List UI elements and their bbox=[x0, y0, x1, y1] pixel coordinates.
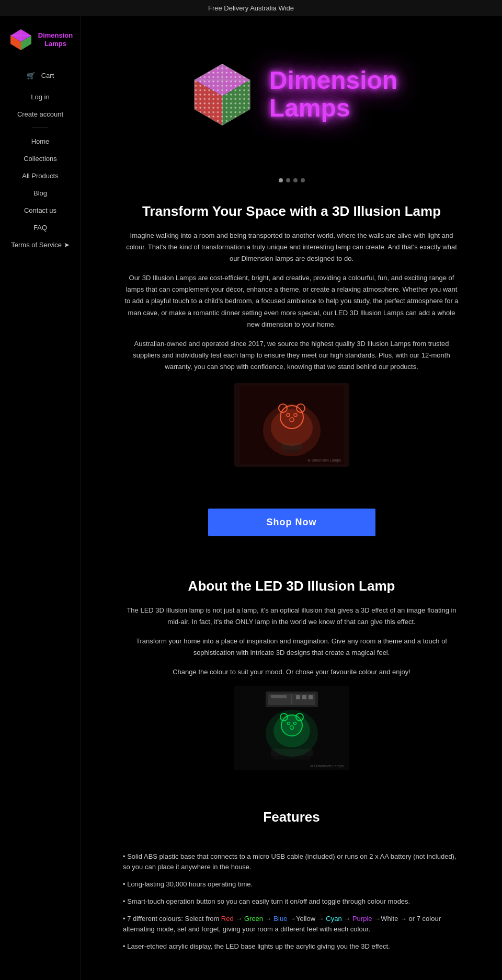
features-list: • Solid ABS plastic base that connects t… bbox=[81, 851, 502, 953]
svg-rect-33 bbox=[291, 694, 292, 705]
feature-item-3: • Smart-touch operation button so you ca… bbox=[123, 896, 460, 907]
svg-rect-35 bbox=[302, 695, 306, 699]
color-green: Green bbox=[244, 915, 263, 923]
neon-title-line1: Dimension bbox=[269, 67, 397, 95]
top-banner: Free Delivery Australia Wide bbox=[0, 0, 502, 16]
feature-item-5: • Laser-etched acrylic display, the LED … bbox=[123, 941, 460, 952]
about-para1: The LED 3D Illusion lamp is not just a l… bbox=[123, 605, 460, 628]
transform-para1: Imagine walking into a room and being tr… bbox=[123, 230, 460, 264]
arrow-3: → bbox=[289, 915, 296, 923]
bear-lamp-svg: ⊕ Dimension Lamps bbox=[239, 386, 344, 464]
nav-collections[interactable]: Collections bbox=[0, 151, 81, 167]
transform-section: Transform Your Space with a 3D Illusion … bbox=[81, 188, 502, 493]
feature-item-4: • 7 different colours: Select from Red →… bbox=[123, 914, 460, 936]
neon-logo: Dimension Lamps bbox=[186, 58, 397, 131]
slider-dots bbox=[81, 173, 502, 188]
svg-rect-36 bbox=[309, 695, 313, 699]
arrow-2: → bbox=[265, 915, 272, 923]
cart-item[interactable]: 🛒 Cart bbox=[22, 63, 59, 88]
slide-dot-4[interactable] bbox=[301, 178, 305, 182]
green-lamp-svg: ⊕ Dimension Lamps bbox=[234, 686, 349, 770]
about-section: About the LED 3D Illusion Lamp The LED 3… bbox=[81, 562, 502, 793]
nav-contact[interactable]: Contact us bbox=[0, 202, 81, 218]
hero-cube-icon bbox=[186, 58, 259, 131]
svg-rect-32 bbox=[271, 695, 287, 698]
nav-all-products[interactable]: All Products bbox=[0, 168, 81, 184]
green-lamp-image: ⊕ Dimension Lamps bbox=[234, 686, 349, 770]
login-link[interactable]: Log in bbox=[0, 89, 81, 105]
arrow-5: → bbox=[344, 915, 350, 923]
about-para3: Change the colour to suit your mood. Or … bbox=[123, 666, 460, 678]
svg-text:⊕ Dimension Lamps: ⊕ Dimension Lamps bbox=[310, 764, 344, 768]
shop-now-container: Shop Now bbox=[81, 493, 502, 562]
shop-now-button[interactable]: Shop Now bbox=[208, 509, 375, 536]
nav-terms[interactable]: Terms of Service ➤ bbox=[0, 237, 81, 253]
svg-text:⊕ Dimension Lamps: ⊕ Dimension Lamps bbox=[307, 458, 341, 463]
about-title: About the LED 3D Illusion Lamp bbox=[123, 578, 460, 594]
features-title: Features bbox=[123, 809, 460, 825]
cart-icon: 🛒 bbox=[25, 67, 37, 84]
neon-title-text: Dimension Lamps bbox=[269, 67, 397, 122]
arrow-4: → bbox=[317, 915, 324, 923]
sidebar-divider bbox=[32, 128, 48, 128]
sidebar: Dimension Lamps 🛒 Cart Log in Create acc… bbox=[0, 16, 81, 980]
slide-dot-1[interactable] bbox=[279, 178, 283, 182]
brand-logo-text: Dimension Lamps bbox=[38, 31, 73, 48]
cart-label: Cart bbox=[39, 67, 56, 84]
logo-wrapper: Dimension Lamps bbox=[8, 27, 73, 53]
slide-dot-2[interactable] bbox=[286, 178, 290, 182]
color-cyan: Cyan bbox=[326, 915, 341, 923]
transform-title: Transform Your Space with a 3D Illusion … bbox=[123, 203, 460, 220]
bear-lamp-image: ⊕ Dimension Lamps bbox=[234, 383, 349, 467]
nav-blog[interactable]: Blog bbox=[0, 185, 81, 201]
nav-home[interactable]: Home bbox=[0, 133, 81, 149]
create-account-link[interactable]: Create account bbox=[0, 106, 81, 122]
svg-rect-34 bbox=[296, 695, 300, 699]
feature-item-2: • Long-lasting 30,000 hours operating ti… bbox=[123, 879, 460, 890]
about-para2: Transform your home into a place of insp… bbox=[123, 636, 460, 659]
neon-title-line2: Lamps bbox=[269, 95, 397, 122]
svg-point-27 bbox=[280, 406, 303, 429]
spacer bbox=[81, 959, 502, 980]
main-content: Dimension Lamps Transform Your Space wit… bbox=[81, 16, 502, 980]
banner-text: Free Delivery Australia Wide bbox=[208, 4, 294, 12]
color-red: Red bbox=[221, 915, 234, 923]
color-purple: Purple bbox=[352, 915, 372, 923]
arrow-6: → bbox=[374, 915, 381, 923]
arrow-1: → bbox=[235, 915, 242, 923]
transform-para3: Australian-owned and operated since 2017… bbox=[123, 338, 460, 373]
slide-dot-3[interactable] bbox=[293, 178, 298, 182]
features-section: Features bbox=[81, 793, 502, 851]
logo-cube-icon bbox=[8, 27, 34, 53]
color-blue: Blue bbox=[273, 915, 287, 923]
transform-para2: Our 3D Illusion Lamps are cost-efficient… bbox=[123, 272, 460, 330]
hero-area: Dimension Lamps bbox=[81, 16, 502, 173]
nav-faq[interactable]: FAQ bbox=[0, 220, 81, 236]
feature-item-1: • Solid ABS plastic base that connects t… bbox=[123, 851, 460, 873]
sidebar-nav: 🛒 Cart Log in Create account Home Collec… bbox=[0, 63, 81, 253]
